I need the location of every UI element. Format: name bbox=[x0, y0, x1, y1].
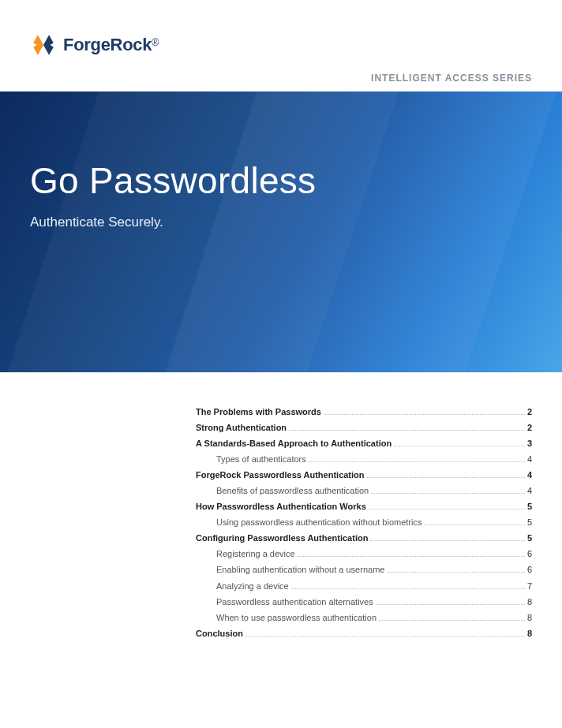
brand-name: ForgeRock® bbox=[63, 35, 159, 55]
toc-entry-label: Enabling authentication without a userna… bbox=[196, 563, 384, 577]
toc-entry-page: 4 bbox=[527, 469, 532, 482]
toc-leader-dots bbox=[371, 493, 525, 494]
toc-entry-page: 4 bbox=[527, 484, 532, 498]
toc-entry-page: 5 bbox=[527, 500, 532, 513]
registered-mark: ® bbox=[152, 37, 159, 48]
toc-entry[interactable]: A Standards-Based Approach to Authentica… bbox=[196, 437, 532, 450]
toc-entry-label: ForgeRock Passwordless Authentication bbox=[196, 469, 365, 482]
forgerock-logo-icon bbox=[30, 32, 57, 58]
toc-leader-dots bbox=[394, 446, 525, 446]
toc-entry[interactable]: When to use passwordless authentication8 bbox=[196, 611, 532, 625]
toc-entry-label: The Problems with Passwords bbox=[196, 405, 321, 419]
toc-entry-page: 2 bbox=[527, 405, 532, 419]
toc-entry[interactable]: Registering a device6 bbox=[196, 547, 532, 561]
toc-entry[interactable]: Benefits of passwordless authentication4 bbox=[196, 484, 532, 498]
toc-entry[interactable]: Types of authenticators4 bbox=[196, 453, 532, 466]
toc-entry[interactable]: ForgeRock Passwordless Authentication4 bbox=[196, 469, 532, 482]
toc-entry-label: Analyzing a device bbox=[196, 580, 289, 593]
toc-entry-page: 8 bbox=[527, 595, 532, 609]
toc-entry-page: 6 bbox=[527, 563, 532, 577]
table-of-contents: The Problems with Passwords2Strong Authe… bbox=[0, 405, 532, 640]
toc-leader-dots bbox=[424, 525, 524, 525]
toc-leader-dots bbox=[298, 556, 525, 557]
toc-leader-dots bbox=[245, 636, 525, 637]
brand-header: ForgeRock® bbox=[0, 0, 562, 58]
toc-entry-label: Benefits of passwordless authentication bbox=[196, 484, 369, 498]
toc-entry-label: A Standards-Based Approach to Authentica… bbox=[196, 437, 392, 450]
toc-entry-page: 5 bbox=[527, 532, 532, 545]
hero-subtitle: Authenticate Securely. bbox=[30, 215, 562, 230]
toc-entry[interactable]: Using passwordless authentication withou… bbox=[196, 516, 532, 529]
toc-leader-dots bbox=[324, 414, 525, 415]
toc-leader-dots bbox=[291, 588, 525, 589]
toc-leader-dots bbox=[289, 430, 525, 431]
toc-entry[interactable]: Analyzing a device7 bbox=[196, 580, 532, 593]
toc-entry-page: 8 bbox=[527, 611, 532, 625]
toc-entry[interactable]: Passwordless authentication alternatives… bbox=[196, 595, 532, 609]
toc-leader-dots bbox=[367, 477, 525, 478]
toc-entry[interactable]: Conclusion8 bbox=[196, 627, 532, 640]
toc-leader-dots bbox=[370, 540, 524, 541]
series-label: INTELLIGENT ACCESS SERIES bbox=[0, 58, 562, 91]
toc-leader-dots bbox=[369, 509, 525, 510]
toc-entry-page: 2 bbox=[527, 421, 532, 435]
toc-entry-page: 8 bbox=[527, 627, 532, 640]
toc-entry-label: Using passwordless authentication withou… bbox=[196, 516, 422, 529]
toc-entry-label: When to use passwordless authentication bbox=[196, 611, 377, 625]
toc-entry-label: Strong Authentication bbox=[196, 421, 287, 435]
toc-entry-page: 4 bbox=[527, 453, 532, 466]
toc-leader-dots bbox=[309, 461, 525, 462]
toc-entry[interactable]: Strong Authentication2 bbox=[196, 421, 532, 435]
toc-entry-page: 5 bbox=[527, 516, 532, 529]
toc-entry[interactable]: Enabling authentication without a userna… bbox=[196, 563, 532, 577]
toc-entry[interactable]: Configuring Passwordless Authentication5 bbox=[196, 532, 532, 545]
toc-entry[interactable]: How Passwordless Authentication Works5 bbox=[196, 500, 532, 513]
toc-leader-dots bbox=[379, 620, 525, 621]
toc-leader-dots bbox=[387, 572, 524, 573]
toc-entry-page: 6 bbox=[527, 547, 532, 561]
toc-entry-page: 7 bbox=[527, 580, 532, 593]
brand-name-text: ForgeRock bbox=[63, 35, 152, 54]
toc-entry[interactable]: The Problems with Passwords2 bbox=[196, 405, 532, 419]
toc-entry-page: 3 bbox=[527, 437, 532, 450]
hero-title: Go Passwordless bbox=[30, 159, 562, 202]
toc-entry-label: Passwordless authentication alternatives bbox=[196, 595, 373, 609]
toc-leader-dots bbox=[376, 604, 525, 605]
toc-entry-label: Conclusion bbox=[196, 627, 243, 640]
toc-entry-label: Types of authenticators bbox=[196, 453, 306, 466]
toc-entry-label: Configuring Passwordless Authentication bbox=[196, 532, 368, 545]
hero-banner: Go Passwordless Authenticate Securely. bbox=[0, 91, 562, 372]
toc-entry-label: Registering a device bbox=[196, 547, 295, 561]
toc-entry-label: How Passwordless Authentication Works bbox=[196, 500, 366, 513]
